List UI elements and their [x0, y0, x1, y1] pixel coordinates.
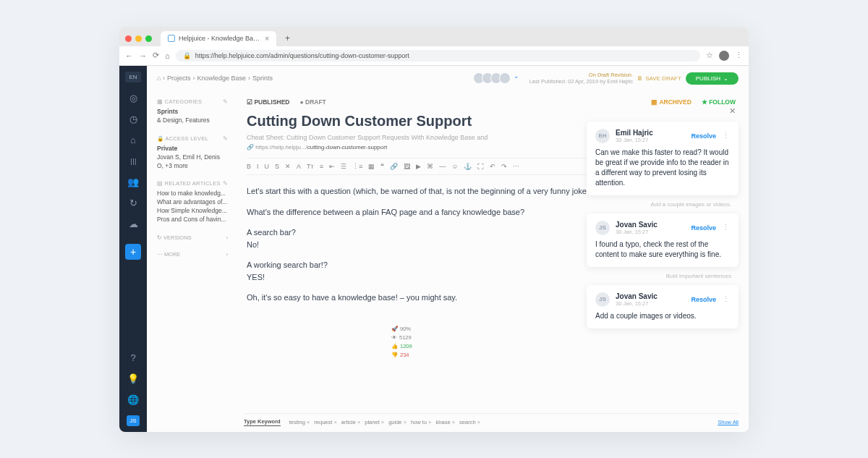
home-icon[interactable]: ⌂ [165, 51, 170, 60]
edit-related-icon[interactable]: ✎ [223, 180, 228, 187]
browser-menu-icon[interactable]: ⋮ [735, 51, 743, 60]
chevron-down-icon[interactable]: ⌄ [514, 72, 519, 84]
code-icon[interactable]: ⌘ [427, 163, 433, 170]
edit-access-icon[interactable]: ✎ [223, 135, 228, 142]
table-icon[interactable]: ▦ [368, 163, 375, 170]
redo-icon[interactable]: ↷ [501, 163, 507, 170]
link-icon[interactable]: 🔗 [390, 163, 398, 170]
url-bar[interactable]: 🔒 https://help.helpjuice.com/admin/quest… [176, 50, 700, 62]
home-nav-icon[interactable]: ⌂ [130, 135, 136, 145]
new-tab-button[interactable]: + [281, 33, 294, 43]
window-min-dot[interactable] [135, 35, 142, 42]
help-icon[interactable]: ? [130, 352, 135, 363]
chevron-down-icon: ⌄ [723, 75, 728, 82]
tag[interactable]: article [341, 419, 360, 425]
clear-icon[interactable]: ✕ [285, 163, 291, 170]
publish-button[interactable]: PUBLISH ⌄ [686, 72, 739, 85]
tag[interactable]: kbase [436, 419, 455, 425]
follow-button[interactable]: ★ FOLLOW [702, 98, 736, 106]
underline-icon[interactable]: U [265, 163, 270, 170]
bold-icon[interactable]: B [247, 163, 251, 170]
comment-menu-icon[interactable]: ⋮ [722, 294, 730, 304]
comment-menu-icon[interactable]: ⋮ [722, 223, 730, 232]
analytics-icon[interactable]: ⫼ [129, 156, 138, 166]
users-icon[interactable]: 👥 [127, 177, 139, 187]
app-root: EN ◎ ◷ ⌂ ⫼ 👥 ↻ ☁ + ? 💡 🌐 JS ⌂ › Projects… [119, 66, 749, 432]
anchor-icon[interactable]: ⚓ [464, 163, 472, 170]
tag[interactable]: guide [388, 419, 407, 425]
comment-date: 30 Jan, 15:27 [616, 137, 653, 143]
profile-avatar[interactable] [719, 51, 729, 61]
tag-input[interactable]: Type Keyword [244, 418, 281, 426]
home-crumb-icon[interactable]: ⌂ › [157, 75, 165, 82]
show-all-tags[interactable]: Show All [718, 419, 739, 425]
align-icon[interactable]: ≡ [320, 163, 323, 170]
resolve-button[interactable]: Resolve [691, 224, 716, 232]
browser-window: Helpjuice - Knowledge Base S... × + ← → … [119, 27, 749, 432]
globe-icon[interactable]: 🌐 [127, 394, 139, 405]
target-icon[interactable]: ◎ [129, 93, 137, 103]
tag[interactable]: planet [365, 419, 384, 425]
window-close-dot[interactable] [125, 35, 132, 42]
breadcrumb: ⌂ › Projects› Knowledge Base› Sprints [157, 75, 463, 82]
close-comments-icon[interactable]: ✕ [587, 106, 739, 116]
fontsize-icon[interactable]: A [297, 163, 301, 170]
resolve-button[interactable]: Resolve [691, 296, 716, 303]
related-article[interactable]: How to make knowledg... [157, 190, 228, 198]
emoji-icon[interactable]: ☺ [451, 163, 458, 170]
published-tab[interactable]: ☑ PUBLISHED [247, 98, 290, 106]
list-icon[interactable]: ☰ [341, 163, 346, 170]
tag[interactable]: request [314, 419, 337, 425]
edit-categories-icon[interactable]: ✎ [223, 98, 228, 105]
save-draft-button[interactable]: 🗎 SAVE DRAFT [637, 75, 681, 82]
image-icon[interactable]: 🖼 [404, 163, 410, 170]
crumb-kb[interactable]: Knowledge Base [197, 75, 246, 82]
revision-status: On Draft Revision. [529, 72, 633, 79]
resolve-button[interactable]: Resolve [691, 132, 716, 140]
versions-toggle[interactable]: ↻ VERSIONS› [157, 234, 228, 241]
draft-tab[interactable]: ● DRAFT [300, 98, 326, 106]
add-button[interactable]: + [125, 244, 141, 260]
hr-icon[interactable]: — [439, 163, 446, 170]
ghost-comment: Add a couple images or videos. [587, 201, 739, 208]
related-article[interactable]: How Simple Knowledge... [157, 207, 228, 216]
comment-avatar: EH [595, 129, 610, 143]
comment-body: I found a typo, check the rest of the co… [595, 239, 730, 260]
archived-button[interactable]: ▦ ARCHIVED [651, 98, 691, 106]
fullscreen-icon[interactable]: ⛶ [477, 163, 484, 170]
tag[interactable]: testing [289, 419, 310, 425]
undo-icon[interactable]: ↶ [490, 163, 495, 170]
italic-icon[interactable]: I [257, 163, 259, 170]
crumb-projects[interactable]: Projects [167, 75, 191, 82]
forward-icon[interactable]: → [139, 51, 147, 60]
cloud-icon[interactable]: ☁ [129, 219, 138, 229]
video-icon[interactable]: ▶ [416, 163, 421, 170]
crumb-sprints[interactable]: Sprints [252, 75, 273, 82]
comment-menu-icon[interactable]: ⋮ [722, 131, 730, 140]
compass-icon[interactable]: ◷ [129, 114, 137, 124]
tag[interactable]: how to [411, 419, 432, 425]
tag[interactable]: search [459, 419, 480, 425]
related-article[interactable]: What are advantages of... [157, 198, 228, 207]
user-badge[interactable]: JS [127, 415, 139, 426]
close-tab-icon[interactable]: × [265, 35, 269, 43]
window-max-dot[interactable] [145, 35, 152, 42]
ideas-icon[interactable]: 💡 [127, 373, 139, 384]
strike-icon[interactable]: S [275, 163, 279, 170]
last-published: Last Published: 02 Apr, 2019 by Emil Haj… [529, 78, 633, 85]
back-icon[interactable]: ← [125, 51, 133, 60]
fontcolor-icon[interactable]: Tт [307, 163, 314, 170]
browser-tab[interactable]: Helpjuice - Knowledge Base S... × [161, 31, 276, 46]
language-badge[interactable]: EN [125, 72, 140, 82]
numlist-icon[interactable]: ⋮≡ [352, 163, 362, 170]
bookmark-icon[interactable]: ☆ [706, 51, 713, 60]
more-toggle[interactable]: ⋯ MORE› [157, 251, 228, 258]
related-article[interactable]: Pros and Cons of havin... [157, 216, 228, 224]
history-icon[interactable]: ↻ [129, 198, 137, 208]
indent-icon[interactable]: ⇤ [329, 163, 335, 170]
reload-icon[interactable]: ⟳ [153, 51, 159, 60]
quote-icon[interactable]: ❝ [380, 163, 384, 170]
more-tools-icon[interactable]: ⋯ [513, 163, 519, 170]
article-stats: 🚀90% 👁5129 👍1209 👎234 [391, 325, 412, 360]
collaborator-avatars[interactable]: ⌄ [473, 72, 519, 84]
